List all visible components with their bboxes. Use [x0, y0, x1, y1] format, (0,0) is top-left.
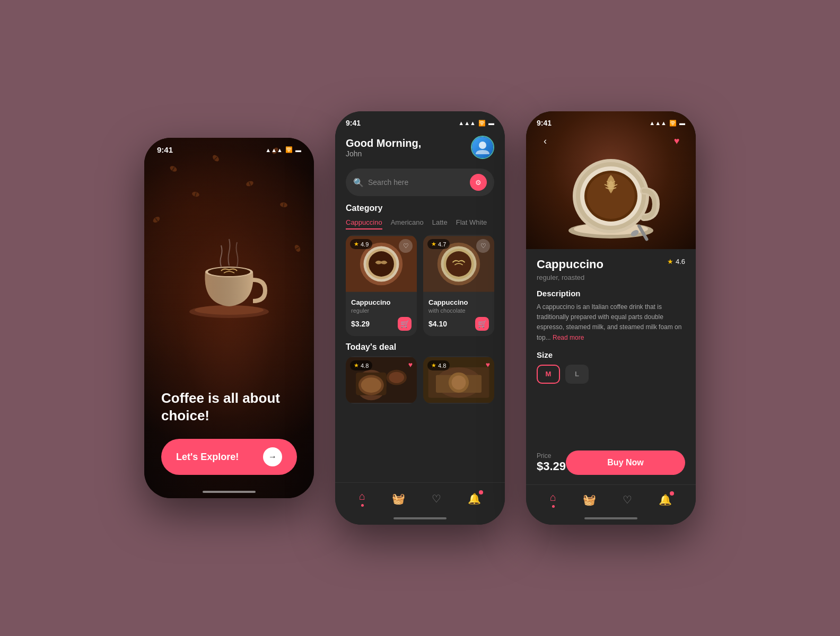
product-1-favorite[interactable]: ♡: [399, 239, 413, 253]
detail-home-icon: ⌂: [550, 491, 556, 504]
product-1-add-button[interactable]: 🛒: [398, 317, 412, 331]
greeting-main: Good Morning,: [346, 137, 421, 149]
battery-icon: ▬: [295, 147, 301, 153]
signal-icon: ▲▲▲: [265, 147, 283, 153]
home-header: Good Morning, John: [335, 127, 505, 164]
nav-heart[interactable]: ♡: [432, 492, 441, 505]
svg-point-1: [195, 305, 264, 315]
product-img-2: ★ 4.7 ♡: [423, 235, 494, 293]
greeting-name: John: [346, 149, 421, 158]
svg-point-14: [446, 251, 471, 277]
product-2-name: Cappuccino: [428, 298, 489, 306]
detail-favorite-button[interactable]: ♥: [668, 132, 685, 149]
deal-star-2: ★: [431, 362, 436, 369]
search-bar[interactable]: 🔍 Search here ⚙: [346, 169, 494, 196]
deal-star-1: ★: [354, 362, 359, 369]
detail-basket-icon: 🧺: [583, 493, 596, 506]
explore-button[interactable]: Let's Explore! →: [161, 439, 297, 475]
buy-now-button[interactable]: Buy Now: [566, 450, 685, 475]
svg-point-3: [208, 268, 250, 276]
size-l-button[interactable]: L: [565, 365, 589, 384]
detail-nav-row: ‹ ♥: [526, 132, 696, 149]
splash-status-bar: 9:41 ▲▲▲ 🛜 ▬: [144, 138, 314, 154]
product-img-1: ★ 4.9 ♡: [346, 235, 417, 293]
deal-2-rating: ★ 4.8: [427, 360, 450, 370]
detail-status-icons: ▲▲▲ 🛜 ▬: [649, 120, 685, 127]
home-screen-phone: 9:41 ▲▲▲ 🛜 ▬ Good Morning, John: [335, 111, 505, 525]
svg-point-4: [479, 142, 486, 149]
user-avatar[interactable]: [471, 136, 494, 159]
detail-nav-home[interactable]: ⌂: [550, 491, 556, 508]
deal-card-1[interactable]: ★ 4.8 ♥: [346, 356, 417, 404]
detail-screen-phone: 9:41 ▲▲▲ 🛜 ▬ ‹ ♥ Cappuccino ★ 4.6: [526, 111, 696, 525]
home-wifi-icon: 🛜: [478, 120, 486, 127]
detail-nav-basket[interactable]: 🧺: [583, 493, 596, 506]
home-indicator-2: [335, 512, 505, 525]
splash-status-icons: ▲▲▲ 🛜 ▬: [265, 146, 301, 153]
product-2-favorite[interactable]: ♡: [476, 239, 490, 253]
category-section: Category Cappuccino Americano Latte Flat…: [335, 204, 505, 235]
back-button[interactable]: ‹: [537, 132, 554, 149]
product-card-1[interactable]: ★ 4.9 ♡ Cappuccino reguler $3.29 🛒: [346, 235, 417, 336]
detail-coffee-svg: [558, 143, 664, 244]
explore-button-label: Let's Explore!: [176, 452, 239, 463]
home-battery-icon: ▬: [488, 120, 494, 126]
filter-button[interactable]: ⚙: [470, 174, 487, 191]
home-bottom-nav: ⌂ 🧺 ♡ 🔔: [335, 482, 505, 512]
detail-size-title: Size: [537, 350, 685, 359]
coffee-cup-hero: [144, 154, 314, 390]
deal-2-heart[interactable]: ♥: [486, 360, 490, 369]
product-1-rating: ★ 4.9: [350, 239, 372, 249]
product-2-add-button[interactable]: 🛒: [475, 317, 489, 331]
deal-1-rating: ★ 4.8: [350, 360, 372, 370]
detail-description-title: Description: [537, 289, 685, 298]
explore-arrow-icon: →: [263, 447, 282, 466]
home-signal-icon: ▲▲▲: [458, 120, 476, 126]
size-m-button[interactable]: M: [537, 365, 560, 384]
detail-price-value: $3.29: [537, 460, 566, 473]
detail-bell-icon: 🔔: [659, 494, 672, 506]
detail-rating: ★ 4.6: [667, 258, 685, 266]
detail-signal-icon: ▲▲▲: [649, 120, 667, 126]
home-indicator-1: [144, 485, 314, 498]
price-label: Price: [537, 452, 566, 460]
nav-home[interactable]: ⌂: [359, 490, 365, 507]
read-more-link[interactable]: Read more: [553, 334, 584, 341]
basket-icon: 🧺: [392, 492, 405, 505]
detail-hero-area: 9:41 ▲▲▲ 🛜 ▬ ‹ ♥: [526, 111, 696, 249]
cat-tab-flatwhite[interactable]: Flat White: [456, 218, 487, 229]
splash-screen-phone: 9:41 ▲▲▲ 🛜 ▬: [144, 138, 314, 498]
detail-nav-notification[interactable]: 🔔: [659, 493, 672, 506]
home-status-icons: ▲▲▲ 🛜 ▬: [458, 120, 494, 127]
product-1-name: Cappuccino: [351, 298, 412, 306]
deals-grid: ★ 4.8 ♥ ★ 4.8 ♥: [335, 356, 505, 404]
product-1-price: $3.29: [351, 320, 370, 328]
deal-1-heart[interactable]: ♥: [408, 360, 413, 369]
product-card-2[interactable]: ★ 4.7 ♡ Cappuccino with chocolate $4.10 …: [423, 235, 494, 336]
heart-icon: ♡: [432, 492, 441, 505]
star-icon-2: ★: [431, 241, 436, 248]
search-icon: 🔍: [353, 178, 364, 188]
bell-icon: 🔔: [468, 493, 481, 505]
detail-nav-heart[interactable]: ♡: [623, 493, 632, 506]
detail-wifi-icon: 🛜: [669, 120, 677, 127]
svg-point-21: [389, 372, 404, 383]
detail-content: Cappuccino ★ 4.6 reguler, roasted Descri…: [526, 249, 696, 450]
home-time: 9:41: [346, 119, 361, 127]
search-placeholder-text: Search here: [368, 178, 466, 187]
nav-basket[interactable]: 🧺: [392, 492, 405, 505]
svg-point-27: [452, 375, 466, 390]
product-2-sub: with chocolate: [428, 307, 489, 314]
detail-status-bar: 9:41 ▲▲▲ 🛜 ▬: [526, 111, 696, 127]
detail-product-name: Cappuccino: [537, 258, 603, 271]
todays-deal-title: Today's deal: [335, 336, 505, 356]
splash-headline: Coffee is all about choice!: [161, 390, 297, 424]
nav-notification[interactable]: 🔔: [468, 492, 481, 505]
cat-tab-latte[interactable]: Latte: [432, 218, 448, 229]
cat-tab-cappuccino[interactable]: Cappuccino: [346, 218, 382, 229]
cat-tab-americano[interactable]: Americano: [391, 218, 424, 229]
deal-card-2[interactable]: ★ 4.8 ♥: [423, 356, 494, 404]
product-2-price: $4.10: [428, 320, 447, 328]
svg-point-9: [369, 251, 394, 277]
detail-star-icon: ★: [667, 258, 673, 266]
